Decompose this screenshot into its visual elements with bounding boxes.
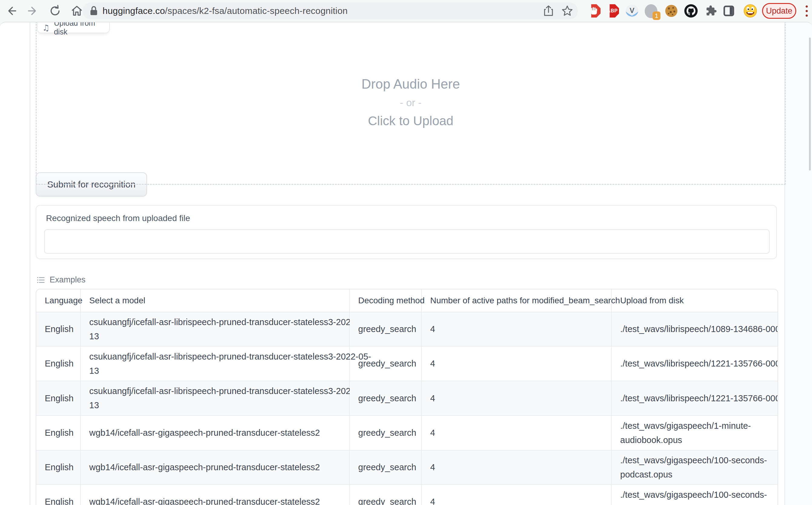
table-cell[interactable]: ./test_wavs/librispeech/1089-134686-0001…	[612, 312, 778, 347]
smiley-extension-icon[interactable]	[743, 4, 758, 18]
table-row[interactable]: Englishcsukuangfj/icefall-asr-librispeec…	[36, 312, 778, 347]
url-domain: huggingface.co	[103, 6, 165, 16]
dropzone-line2: - or -	[400, 94, 422, 111]
cell-line: ./test_wavs/librispeech/1221-135766-0002…	[620, 391, 778, 405]
table-cell[interactable]: ./test_wavs/gigaspeech/100-seconds-podca…	[612, 451, 778, 485]
table-cell[interactable]: 4	[422, 485, 612, 505]
cell-line: wgb14/icefall-asr-gigaspeech-pruned-tran…	[89, 460, 349, 475]
output-label: Recognized speech from uploaded file	[46, 213, 190, 223]
cookie-extension-icon[interactable]	[664, 4, 679, 18]
cell-line: English	[45, 391, 80, 405]
smiley-icon	[743, 4, 757, 18]
profile-extension-icon[interactable]: 1	[644, 4, 659, 18]
v-circle-icon: V	[625, 4, 639, 18]
recognized-speech-card: Recognized speech from uploaded file	[36, 205, 777, 259]
reload-button[interactable]	[48, 4, 62, 18]
table-cell[interactable]: ./test_wavs/librispeech/1221-135766-0002…	[612, 381, 778, 416]
recognized-speech-textbox[interactable]	[44, 229, 770, 254]
cell-line: English	[45, 426, 80, 440]
cell-line: audiobook.opus	[620, 433, 778, 447]
cell-line: ./test_wavs/gigaspeech/1-minute-	[620, 419, 778, 433]
table-row[interactable]: Englishwgb14/icefall-asr-gigaspeech-prun…	[36, 451, 778, 485]
examples-list-icon	[37, 276, 45, 284]
audio-dropzone[interactable]: Drop Audio Here - or - Click to Upload	[36, 22, 786, 185]
svg-text:V: V	[630, 6, 635, 14]
table-cell[interactable]: English	[36, 347, 81, 381]
table-cell[interactable]: greedy_search	[350, 312, 422, 347]
url-text[interactable]: huggingface.co/spaces/k2-fsa/automatic-s…	[103, 6, 348, 16]
table-cell[interactable]: ./test_wavs/librispeech/1221-135766-0001…	[612, 347, 778, 381]
table-cell[interactable]: ./test_wavs/gigaspeech/100-seconds-podca…	[612, 485, 778, 505]
table-cell[interactable]: greedy_search	[350, 381, 422, 416]
table-cell[interactable]: English	[36, 416, 81, 451]
tab-upload-from-disk[interactable]: ♫ Upload from disk	[37, 22, 110, 33]
home-button[interactable]	[70, 4, 84, 18]
table-cell[interactable]: ./test_wavs/gigaspeech/1-minute-audioboo…	[612, 416, 778, 451]
reload-icon	[49, 5, 61, 17]
table-cell[interactable]: 4	[422, 451, 612, 485]
v-extension-icon[interactable]: V	[625, 4, 639, 18]
share-icon[interactable]	[543, 5, 554, 17]
cell-line: English	[45, 460, 80, 475]
address-bar[interactable]: huggingface.co/spaces/k2-fsa/automatic-s…	[83, 2, 578, 19]
column-header: Select a model	[81, 289, 350, 312]
cell-line: greedy_search	[358, 426, 421, 440]
table-cell[interactable]: 4	[422, 416, 612, 451]
table-cell[interactable]: greedy_search	[350, 416, 422, 451]
table-cell[interactable]: wgb14/icefall-asr-gigaspeech-pruned-tran…	[81, 485, 350, 505]
table-cell[interactable]: csukuangfj/icefall-asr-librispeech-prune…	[81, 312, 350, 347]
scrollbar-thumb[interactable]	[809, 37, 811, 171]
table-cell[interactable]: 4	[422, 347, 612, 381]
cell-line: 4	[430, 460, 611, 475]
back-button[interactable]	[4, 4, 18, 18]
cell-line: ./test_wavs/gigaspeech/100-seconds-	[620, 453, 778, 468]
table-cell[interactable]: csukuangfj/icefall-asr-librispeech-prune…	[81, 347, 350, 381]
bookmark-star-icon[interactable]	[561, 5, 573, 17]
adblock-extension-icon[interactable]	[587, 4, 601, 18]
column-header: Decoding method	[350, 289, 422, 312]
table-row[interactable]: Englishwgb14/icefall-asr-gigaspeech-prun…	[36, 416, 778, 451]
side-panel-icon[interactable]	[721, 4, 736, 18]
browser-menu-button[interactable]	[803, 4, 810, 18]
table-cell[interactable]: greedy_search	[350, 485, 422, 505]
chrome-update-button[interactable]: Update	[762, 3, 796, 19]
cell-line: 13	[89, 329, 349, 344]
kebab-dot	[806, 14, 808, 17]
forward-button[interactable]	[27, 4, 40, 18]
cell-line: 13	[89, 398, 349, 412]
table-row[interactable]: Englishcsukuangfj/icefall-asr-librispeec…	[36, 347, 778, 381]
table-cell[interactable]: English	[36, 485, 81, 505]
table-row[interactable]: Englishwgb14/icefall-asr-gigaspeech-prun…	[36, 485, 778, 505]
dropzone-line1: Drop Audio Here	[362, 74, 460, 94]
column-header: Language	[36, 289, 81, 312]
abp-octagon-icon: ABP	[606, 4, 619, 18]
cell-line: wgb14/icefall-asr-gigaspeech-pruned-tran…	[89, 426, 349, 440]
table-cell[interactable]: wgb14/icefall-asr-gigaspeech-pruned-tran…	[81, 416, 350, 451]
table-cell[interactable]: 4	[422, 381, 612, 416]
table-cell[interactable]: 4	[422, 312, 612, 347]
puzzle-icon	[704, 5, 717, 17]
table-cell[interactable]: English	[36, 451, 81, 485]
cell-line: English	[45, 495, 80, 505]
cell-line: 4	[430, 322, 611, 336]
notification-badge: 1	[653, 11, 660, 20]
tab-label: Upload from disk	[54, 22, 109, 36]
examples-table: LanguageSelect a modelDecoding methodNum…	[36, 289, 778, 505]
table-cell[interactable]: greedy_search	[350, 347, 422, 381]
github-extension-icon[interactable]	[684, 4, 698, 18]
home-icon	[71, 5, 83, 17]
table-row[interactable]: Englishcsukuangfj/icefall-asr-librispeec…	[36, 381, 778, 416]
page-right-gutter	[785, 22, 812, 505]
cell-line: greedy_search	[358, 460, 421, 475]
cell-line: greedy_search	[358, 495, 421, 505]
table-cell[interactable]: csukuangfj/icefall-asr-librispeech-prune…	[81, 381, 350, 416]
table-cell[interactable]: wgb14/icefall-asr-gigaspeech-pruned-tran…	[81, 451, 350, 485]
table-cell[interactable]: English	[36, 381, 81, 416]
abp-extension-icon[interactable]: ABP	[605, 4, 620, 18]
table-cell[interactable]: greedy_search	[350, 451, 422, 485]
cell-line: 4	[430, 495, 611, 505]
kebab-dot	[806, 5, 808, 8]
extensions-puzzle-icon[interactable]	[703, 4, 718, 18]
table-cell[interactable]: English	[36, 312, 81, 347]
cell-line: 4	[430, 356, 611, 371]
